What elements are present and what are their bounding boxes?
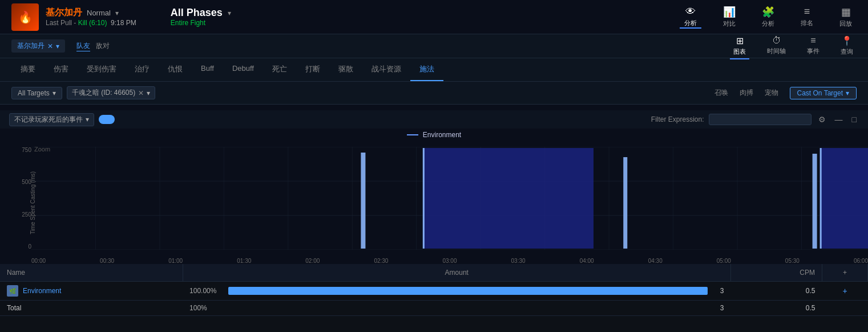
legend-label: Environment: [423, 131, 461, 139]
chart-filter-left: 不记录玩家死后的事件 ▾: [9, 113, 115, 126]
total-cpm-cell: 0.5: [730, 301, 822, 316]
top-nav: 👁 分析 📊 对比 🧩 分析 ≡ 排名 ▦ 回放: [680, 6, 857, 29]
cast-on-target: 召唤 肉搏 宠物 Cast On Target ▾: [714, 87, 857, 99]
tab-damage[interactable]: 伤害: [45, 58, 78, 81]
maximize-icon[interactable]: □: [850, 114, 859, 125]
tab-casts[interactable]: 施法: [410, 58, 443, 81]
tag-close-icon[interactable]: ✕: [47, 42, 53, 50]
nav-rank[interactable]: ≡ 排名: [796, 6, 818, 29]
x-label-0200: 02:00: [305, 258, 320, 264]
environment-name[interactable]: Environment: [23, 287, 61, 295]
y-label-0: 0: [28, 243, 31, 250]
target-dropdown-icon[interactable]: ▾: [147, 89, 150, 97]
x-label-0000: 00:00: [31, 258, 46, 264]
x-label-0600: 06:00: [854, 258, 868, 264]
cast-arrow-icon: ▾: [846, 89, 849, 97]
second-nav-events[interactable]: ≡ 事件: [804, 33, 823, 59]
chart-svg[interactable]: [31, 147, 868, 250]
chart-legend: Environment: [0, 129, 868, 141]
x-label-0400: 04:00: [580, 258, 594, 264]
tab-dispel[interactable]: 驱散: [329, 58, 362, 81]
svg-rect-20: [820, 148, 868, 249]
query-icon: 📍: [841, 35, 853, 46]
chart-wrapper: Time Spent Casting (ms) 750 500 250 0 Zo…: [0, 141, 868, 264]
tab-damage-taken[interactable]: 受到伤害: [78, 58, 126, 81]
nav-compare-label: 对比: [723, 19, 736, 28]
total-count: 3: [712, 304, 724, 312]
chart-area: 不记录玩家死后的事件 ▾ Filter Expression: ⚙ — □ En…: [0, 105, 868, 264]
pull-time: 9:18 PM: [111, 19, 136, 27]
col-actions[interactable]: +: [822, 264, 867, 282]
melee-option[interactable]: 肉搏: [740, 88, 753, 98]
tab-debuff[interactable]: Debuff: [223, 58, 263, 81]
target-close-icon[interactable]: ✕: [138, 89, 144, 97]
amount-bar: [228, 287, 708, 295]
compare-icon: 📊: [723, 6, 736, 18]
cast-on-target-button[interactable]: Cast On Target ▾: [790, 87, 857, 99]
tab-death[interactable]: 死亡: [263, 58, 296, 81]
settings-icon[interactable]: ⚙: [816, 114, 828, 125]
row-amount-cell: 100.00% 3: [183, 282, 730, 301]
replay-icon: ▦: [841, 6, 851, 18]
second-nav-timeline[interactable]: ⏱ 时间轴: [764, 33, 789, 59]
all-targets-dropdown[interactable]: All Targets ▾: [11, 87, 62, 99]
enemy-tab[interactable]: 敌对: [96, 41, 110, 51]
tab-heal[interactable]: 治疗: [126, 58, 159, 81]
top-header: 🔥 基尔加丹 Normal ▾ Last Pull - Kill (6:10) …: [0, 0, 868, 34]
tab-buff[interactable]: Buff: [192, 58, 223, 81]
nav-replay[interactable]: ▦ 回放: [835, 6, 857, 29]
tab-resources[interactable]: 战斗资源: [362, 58, 410, 81]
pet-option[interactable]: 宠物: [765, 88, 778, 98]
nav-compare[interactable]: 📊 对比: [718, 6, 740, 29]
y-axis: 750 500 250 0: [11, 147, 31, 250]
row-action-cell[interactable]: +: [822, 282, 867, 301]
phase-selector[interactable]: All Phases ▾ Entire Fight: [171, 7, 231, 27]
svg-rect-16: [361, 153, 365, 249]
tag-dropdown-icon[interactable]: ▾: [56, 42, 59, 50]
second-nav-table[interactable]: ⊞ 图表: [730, 33, 749, 59]
x-label-0230: 02:30: [374, 258, 388, 264]
nav-analyze2-label: 分析: [762, 19, 774, 28]
nav-analyze2[interactable]: 🧩 分析: [757, 6, 779, 29]
second-nav-query[interactable]: 📍 查询: [837, 33, 857, 59]
mode-arrow[interactable]: ▾: [115, 9, 119, 17]
target-tag: 千魂之暗 (ID: 46605) ✕ ▾: [67, 86, 155, 99]
chart-filter-bar: 不记录玩家死后的事件 ▾ Filter Expression: ⚙ — □: [0, 110, 868, 129]
nav-rank-label: 排名: [801, 19, 813, 27]
phase-arrow[interactable]: ▾: [228, 9, 231, 17]
boss-tag[interactable]: 基尔加丹 ✕ ▾: [11, 39, 65, 53]
record-dropdown[interactable]: 不记录玩家死后的事件 ▾: [9, 113, 94, 126]
tab-summary[interactable]: 摘要: [11, 58, 45, 81]
filter-expr-input[interactable]: [709, 114, 812, 125]
x-label-0500: 05:00: [717, 258, 731, 264]
minimize-icon[interactable]: —: [833, 114, 845, 125]
record-arrow-icon: ▾: [86, 115, 89, 123]
table-header-row: Name Amount CPM +: [0, 264, 868, 282]
row-plus-icon[interactable]: +: [842, 286, 847, 295]
y-label-250: 250: [22, 211, 31, 218]
tab-threat[interactable]: 仇恨: [159, 58, 192, 81]
table-row: 🌿 Environment 100.00% 3 0.5 +: [0, 282, 868, 301]
analyze2-icon: 🧩: [762, 6, 774, 18]
phase-title: All Phases: [171, 7, 223, 19]
friend-tab[interactable]: 队友: [76, 41, 90, 51]
second-header: 基尔加丹 ✕ ▾ 队友 敌对 ⊞ 图表 ⏱ 时间轴 ≡ 事件 📍 查询: [0, 34, 868, 58]
filter-expr-label: Filter Expression:: [651, 115, 704, 123]
x-label-0130: 01:30: [237, 258, 251, 264]
nav-analyze[interactable]: 👁 分析: [680, 6, 701, 29]
tab-interrupt[interactable]: 打断: [296, 58, 329, 81]
col-name: Name: [0, 264, 183, 282]
svg-rect-17: [423, 148, 594, 249]
boss-details: 基尔加丹 Normal ▾ Last Pull - Kill (6:10) 9:…: [46, 7, 136, 27]
record-toggle[interactable]: [99, 115, 115, 124]
boss-avatar: 🔥: [11, 3, 39, 31]
svg-rect-21: [820, 148, 822, 249]
chart-filter-right: Filter Expression: ⚙ — □: [651, 114, 859, 125]
phase-sub: Entire Fight: [171, 19, 231, 27]
boss-pull: Last Pull - Kill (6:10) 9:18 PM: [46, 19, 136, 27]
table-total-row: Total 100% 3 0.5: [0, 301, 868, 316]
table-icon: ⊞: [736, 35, 744, 46]
x-label-0100: 01:00: [168, 258, 183, 264]
summon-option[interactable]: 召唤: [714, 88, 728, 98]
friend-enemy-tabs: 队友 敌对: [76, 41, 110, 51]
